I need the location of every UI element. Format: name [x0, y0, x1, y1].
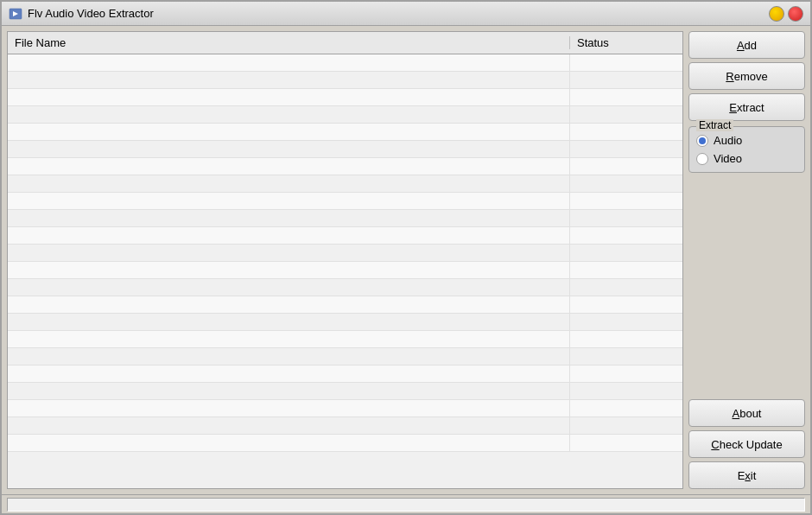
table-body	[8, 54, 682, 488]
close-button[interactable]	[788, 6, 803, 22]
table-row	[8, 175, 682, 193]
extract-group-label: Extract	[696, 119, 733, 131]
title-bar-left: Flv Audio Video Extractor	[9, 7, 154, 21]
content-area: File Name Status	[2, 26, 810, 494]
add-button[interactable]: Add	[688, 31, 805, 59]
table-row	[8, 72, 682, 89]
table-row	[8, 383, 682, 400]
app-icon	[9, 7, 22, 21]
table-row	[8, 193, 682, 210]
table-row	[8, 314, 682, 331]
spacer	[688, 176, 805, 396]
table-row	[8, 210, 682, 227]
table-row	[8, 227, 682, 245]
minimize-button[interactable]	[769, 6, 784, 22]
table-row	[8, 331, 682, 348]
table-row	[8, 435, 682, 452]
window-controls	[769, 6, 803, 22]
table-row	[8, 366, 682, 383]
remove-button[interactable]: Remove	[688, 62, 805, 90]
exit-button[interactable]: Exit	[688, 461, 805, 489]
table-row	[8, 141, 682, 158]
audio-radio-option[interactable]: Audio	[696, 134, 797, 147]
col-filename-header: File Name	[8, 36, 570, 49]
extract-button[interactable]: Extract	[688, 93, 805, 121]
table-row	[8, 54, 682, 72]
status-bar	[2, 494, 810, 513]
table-row	[8, 348, 682, 366]
table-row	[8, 262, 682, 279]
window-title: Flv Audio Video Extractor	[28, 7, 154, 20]
table-row	[8, 124, 682, 141]
main-window: Flv Audio Video Extractor File Name Stat…	[0, 0, 812, 515]
table-row	[8, 296, 682, 314]
table-row	[8, 279, 682, 296]
table-row	[8, 417, 682, 435]
audio-radio-label: Audio	[714, 134, 742, 147]
table-row	[8, 89, 682, 106]
about-button[interactable]: About	[688, 399, 805, 427]
status-bar-inner	[7, 498, 805, 512]
check-update-button[interactable]: Check Update	[688, 430, 805, 458]
table-row	[8, 400, 682, 417]
main-panel: File Name Status	[7, 31, 683, 489]
table-header: File Name Status	[8, 32, 682, 54]
video-radio-option[interactable]: Video	[696, 152, 797, 165]
audio-radio-button[interactable]	[696, 135, 708, 147]
bottom-buttons: About Check Update Exit	[688, 399, 805, 489]
extract-type-group: Extract Audio Video	[688, 126, 805, 173]
table-row	[8, 106, 682, 124]
col-status-header: Status	[570, 36, 682, 49]
video-radio-button[interactable]	[696, 153, 708, 165]
table-row	[8, 158, 682, 175]
title-bar: Flv Audio Video Extractor	[2, 2, 810, 26]
table-row	[8, 245, 682, 262]
video-radio-label: Video	[714, 152, 742, 165]
side-panel: Add Remove Extract Extract Audio Video A…	[688, 31, 805, 489]
